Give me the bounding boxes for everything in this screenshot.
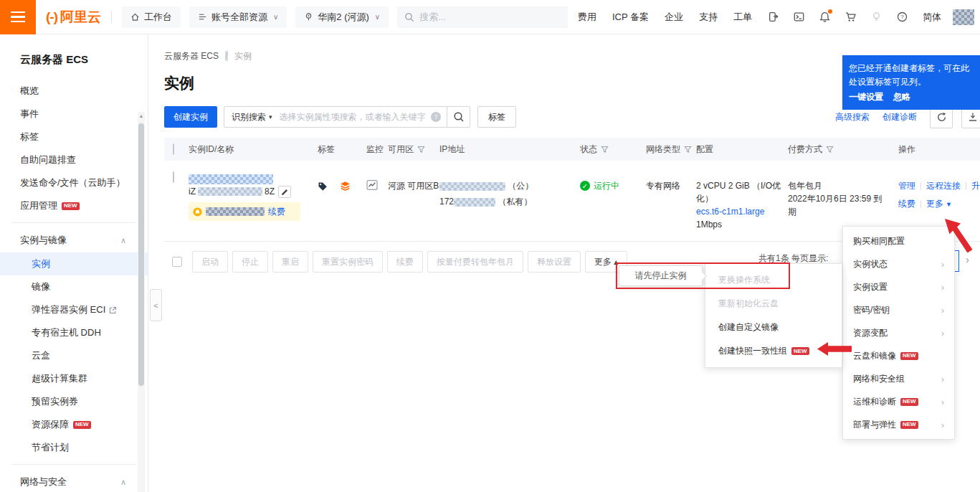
topbar-link-icp[interactable]: ICP 备案 [612,11,649,24]
tag-filter-button[interactable]: 标签 [477,106,516,128]
account-scope-select[interactable]: 账号全部资源 ∨ [189,6,287,28]
menu-item-instance-status[interactable]: 实例状态› [843,252,954,275]
menu-item-buy-same-config[interactable]: 购买相同配置 [843,230,954,252]
edit-name-button[interactable] [278,186,291,198]
sidebar-item-cloud-assistant[interactable]: 发送命令/文件（云助手） [0,171,148,194]
sidebar-group-network-security[interactable]: 网络与安全 ∧ [0,470,148,492]
sidebar-item-scc[interactable]: 超级计算集群 [0,367,148,390]
menu-item-network-security-group[interactable]: 网络和安全组› [843,367,954,390]
scrollbar-thumb[interactable] [138,123,144,386]
col-header-tag[interactable]: 标签 [309,143,361,156]
sidebar-item-app-management[interactable]: 应用管理 NEW [0,194,148,217]
sidebar-item-troubleshoot[interactable]: 自助问题排查 [0,148,148,171]
notifications-bell-icon[interactable] [819,11,830,22]
menu-item-deploy-elastic[interactable]: 部署与弹性NEW › [843,413,954,436]
menu-item-reinit-disk[interactable]: 重新初始化云盘 [705,292,842,316]
select-all-checkbox[interactable] [173,143,174,155]
remote-connect-link[interactable]: 远程连接 [926,179,961,192]
region-select[interactable]: 华南2 (河源) ∨ [295,6,389,28]
sidebar-item-savings-plan[interactable]: 节省计划 [0,436,148,459]
create-instance-button[interactable]: 创建实例 [164,106,217,128]
sidebar-item-images[interactable]: 镜像 [0,275,148,298]
menu-item-password-key[interactable]: 密码/密钥› [843,298,954,321]
renew-link[interactable]: 续费 [898,197,915,210]
search-submit-button[interactable] [447,106,470,128]
global-search-input[interactable] [419,11,548,22]
layers-icon[interactable] [340,181,351,191]
upgrade-link-clipped[interactable]: 升 [971,179,980,192]
sidebar-collapse-handle[interactable]: < [150,289,162,321]
scrollbar-up-arrow-icon[interactable]: ▲ [138,113,145,118]
topbar-link-billing[interactable]: 费用 [578,11,596,24]
convert-billing-button[interactable]: 按量付费转包年包月 [427,251,523,273]
topbar-link-support[interactable]: 支持 [699,11,718,24]
filter-funnel-icon[interactable] [417,146,425,153]
col-header-zone[interactable]: 可用区 [388,143,439,156]
menu-item-disk-image[interactable]: 云盘和镜像NEW [843,344,954,367]
sidebar-scrollbar[interactable]: ▲ [138,112,145,492]
batch-select-checkbox[interactable] [172,257,182,267]
sidebar-group-instances-images[interactable]: 实例与镜像 ∧ [0,228,148,252]
topbar-link-enterprise[interactable]: 企业 [665,11,683,24]
advanced-search-link[interactable]: 高级搜索 [835,111,870,123]
help-icon[interactable]: ? [897,11,908,22]
filter-funnel-icon[interactable] [601,146,609,153]
sidebar-item-reserved-instances[interactable]: 预留实例券 [0,390,148,413]
instance-search-input[interactable] [280,112,425,122]
sidebar-item-cloudbox[interactable]: 云盒 [0,344,148,367]
tag-icon[interactable] [318,181,328,191]
col-header-billing[interactable]: 付费方式 [788,143,887,156]
row-more-dropdown[interactable]: 更多▼ [926,197,952,210]
locale-switcher[interactable]: 简体 [923,11,941,24]
menu-item-create-custom-image[interactable]: 创建自定义镜像 [705,316,842,339]
manage-link[interactable]: 管理 [898,179,915,192]
one-click-setup-link[interactable]: 一键设置 [849,90,883,104]
workbench-button[interactable]: 工作台 [122,6,181,28]
col-header-ip[interactable]: IP地址 [439,143,580,156]
menu-item-instance-settings[interactable]: 实例设置› [843,275,954,298]
pagination-next-icon[interactable]: › [966,253,969,265]
global-search[interactable] [397,6,568,28]
sidebar-item-instances[interactable]: 实例 [0,252,148,275]
ignore-link[interactable]: 忽略 [893,90,910,104]
topbar-link-ticket[interactable]: 工单 [733,11,752,24]
reset-password-button[interactable]: 重置实例密码 [313,251,383,273]
sidebar-item-resource-assurance[interactable]: 资源保障 NEW [0,413,148,436]
breadcrumb-root[interactable]: 云服务器 ECS [164,51,219,61]
menu-item-create-snapshot-group[interactable]: 创建快照一致性组NEW [705,339,842,363]
hamburger-menu-icon[interactable] [0,0,36,34]
sidebar-item-overview[interactable]: 概览 [0,80,148,103]
sidebar-item-events[interactable]: 事件 [0,103,148,126]
filter-funnel-icon[interactable] [826,146,834,153]
avatar[interactable] [953,9,974,25]
stop-button[interactable]: 停止 [232,251,268,273]
menu-item-change-os[interactable]: 更换操作系统 [705,268,842,292]
search-mode-select[interactable]: 识别搜索 ▾ [224,107,280,127]
instance-type-link[interactable]: ecs.t6-c1m1.large [696,207,764,217]
release-settings-button[interactable]: 释放设置 [528,251,581,273]
menu-item-resource-change[interactable]: 资源变配› [843,321,954,344]
aliyun-logo[interactable]: (-) 阿里云 [46,8,101,27]
cart-icon[interactable] [845,11,856,22]
sidebar-item-ddh[interactable]: 专有宿主机 DDH [0,321,148,344]
sidebar-item-eci[interactable]: 弹性容器实例 ECI [0,298,148,321]
col-header-id[interactable]: 实例ID/名称 [189,143,309,156]
create-diagnose-link[interactable]: 创建诊断 [883,111,917,123]
alert-renew-link[interactable]: 续费 [268,205,285,218]
col-header-network[interactable]: 网络类型 [646,143,696,156]
renew-button[interactable]: 续费 [387,251,423,273]
row-checkbox[interactable] [173,171,174,183]
monitor-chart-icon[interactable] [366,179,378,191]
reboot-button[interactable]: 重启 [272,251,308,273]
search-help-icon[interactable]: ? [431,112,441,122]
start-button[interactable]: 启动 [192,251,228,273]
api-icon[interactable] [768,11,779,22]
sidebar-item-tags[interactable]: 标签 [0,126,148,148]
cloudshell-icon[interactable] [794,11,804,22]
col-header-monitor[interactable]: 监控 [361,143,388,156]
col-header-config[interactable]: 配置 [696,143,788,156]
menu-item-ops-diagnose[interactable]: 运维和诊断NEW › [843,390,954,413]
col-header-status[interactable]: 状态 [580,143,646,156]
bulb-icon[interactable] [871,11,882,22]
filter-funnel-icon[interactable] [684,146,692,153]
